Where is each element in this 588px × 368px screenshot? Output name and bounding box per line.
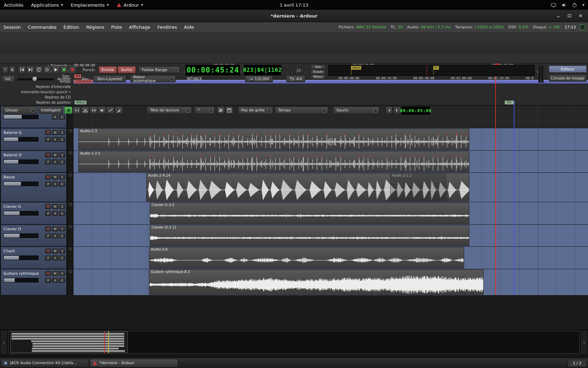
monitor-button[interactable]: Int. (2, 75, 15, 82)
slider-thumb[interactable] (32, 76, 37, 81)
midi-panic-button[interactable]: ! (2, 66, 8, 73)
edit-point-dropdown[interactable]: Tête de lecture (147, 107, 192, 114)
record-arm-button[interactable] (45, 226, 51, 231)
chevron-down-icon[interactable]: ▼ (582, 4, 584, 7)
solo-button[interactable]: S (59, 204, 65, 209)
record-button[interactable] (69, 66, 76, 74)
automation-button[interactable]: A (52, 278, 58, 283)
grid-mode-dropdown[interactable]: Pas de grille (238, 107, 273, 114)
grab-tool-button[interactable] (64, 107, 72, 114)
region-clavier-g-3-5[interactable]: Clavier G-3.5 (150, 203, 469, 224)
mute-button[interactable]: M (52, 152, 58, 157)
power-icon[interactable] (572, 2, 577, 8)
solo-button[interactable]: S (59, 152, 65, 157)
playlist-button[interactable]: P (45, 278, 51, 283)
gain-fader[interactable] (4, 115, 38, 119)
mute-button[interactable]: M (52, 271, 58, 276)
automation-button[interactable]: A (52, 137, 58, 142)
mouse-mode-dropdown[interactable]: Souris (333, 107, 379, 114)
record-arm-button[interactable] (45, 152, 51, 157)
track-resize-strip[interactable] (67, 128, 73, 150)
region-audio-2-1-1[interactable]: Audio 2-1.1 (390, 173, 446, 201)
solo-button[interactable]: S (59, 271, 65, 276)
menu-dition[interactable]: Édition (60, 25, 83, 30)
track-header-guitare-rythmique[interactable]: Guitare rythmiqueMSPAG (1, 269, 66, 295)
record-arm-button[interactable] (45, 130, 51, 135)
gain-fader[interactable] (4, 211, 38, 216)
secondary-clock[interactable]: 023|04|1162 (244, 65, 281, 75)
time-signature-marker[interactable]: 4/4 (74, 74, 81, 78)
solo-button[interactable]: S (59, 130, 65, 135)
group-button[interactable]: G (59, 255, 65, 260)
record-arm-button[interactable] (45, 248, 51, 253)
mini-marker-d-but[interactable]: début (351, 66, 361, 70)
gain-fader[interactable] (4, 137, 38, 142)
region-audio-2-3[interactable]: Audio-2.3 (78, 129, 469, 150)
nudge-back-button[interactable] (386, 107, 393, 114)
save-view-button[interactable] (225, 107, 233, 114)
edit-tool-button[interactable] (115, 107, 123, 114)
playhead-line[interactable] (495, 63, 496, 295)
time-signature-button[interactable]: TS: 4/4 (286, 75, 305, 82)
group-button[interactable]: G (59, 211, 65, 216)
gain-fader[interactable] (4, 233, 38, 238)
audition-button[interactable]: A (9, 66, 15, 73)
taskbar-window-jack-audio-connection-kit-defa[interactable]: JACK Audio Connection Kit [(defa... (1, 359, 89, 367)
gain-fader[interactable] (4, 255, 38, 260)
cut-tool-button[interactable] (81, 107, 89, 114)
tempo-button[interactable]: ♩= 120,000 (245, 75, 273, 82)
goto-end-button[interactable] (27, 66, 34, 74)
track-header-baterie-g[interactable]: Baterie GMSPAG (1, 128, 66, 150)
track-canvas-clavier-g[interactable]: Clavier G-3.5 (74, 202, 588, 224)
places-menu[interactable]: Emplacements ▼ (67, 0, 113, 10)
track-canvas-guitare-rythmique[interactable]: Guitare rythmique-8.3 (74, 269, 588, 295)
editor-button[interactable]: Éditeur (549, 66, 587, 73)
mute-button[interactable]: M (52, 248, 58, 253)
automation-button[interactable]: A (52, 255, 58, 260)
region-audio-1-2-5[interactable]: Audio 1-2.5 (78, 151, 469, 172)
playlist-button[interactable]: P (45, 233, 51, 238)
ruler-row-intervalles-boucle-punch[interactable] (74, 89, 588, 95)
region-clavier-d-3-11[interactable]: Clavier D-3.11 (150, 225, 469, 246)
playlist-button[interactable]: P (45, 137, 51, 142)
window-titlebar[interactable]: *derniere - Ardour (0, 10, 588, 22)
region-audio-2-4-14[interactable]: Audio 2-4.14Audio 2-1.1 (146, 173, 469, 202)
track-canvas-chant[interactable]: Audio-5.6 (74, 247, 588, 269)
solo-button[interactable]: Solo (311, 65, 326, 69)
record-arm-button[interactable] (45, 271, 51, 276)
range-tool-button[interactable] (73, 107, 81, 114)
grid-unit-dropdown[interactable]: Temps (275, 107, 328, 114)
summary-box[interactable] (8, 331, 580, 354)
mute-button[interactable]: M (52, 204, 58, 209)
track-header-clavier-d[interactable]: Clavier DMSPAG (1, 225, 66, 246)
track-resize-strip[interactable] (67, 151, 73, 172)
desktop-clock[interactable]: 1 avril 17:13 (280, 2, 308, 8)
position-marker-fin[interactable]: fin (505, 101, 514, 104)
automation-button[interactable]: A (52, 211, 58, 216)
menu-piste[interactable]: Piste (107, 25, 125, 30)
group-button[interactable]: G (59, 233, 65, 238)
menu-affichage[interactable]: Affichage (126, 25, 154, 30)
gain-fader[interactable] (4, 159, 38, 164)
close-button[interactable] (576, 12, 585, 20)
nudge-forward-button[interactable] (393, 107, 400, 114)
screen-share-icon[interactable] (551, 2, 556, 8)
track-header-basse[interactable]: BasseMSPAG (1, 173, 66, 202)
applications-menu[interactable]: Applications ▼ (27, 0, 67, 10)
track-canvas-baterie-d[interactable]: Audio 1-2.5 (74, 151, 588, 172)
goto-start-button[interactable] (18, 66, 26, 74)
track-resize-strip[interactable] (67, 269, 73, 295)
activities-button[interactable]: Activités (0, 0, 27, 10)
automation-button[interactable]: A (52, 233, 58, 238)
grab-mode-dropdown[interactable]: Glisser (2, 107, 37, 114)
position-marker-d-but[interactable]: début (75, 101, 86, 104)
menu-session[interactable]: Session (0, 25, 24, 30)
track-header-baterie-d[interactable]: Baterie DMSPAG (1, 151, 66, 172)
playlist-button[interactable]: P (45, 255, 51, 260)
sync-source-label[interactable]: INT/JACK (187, 77, 202, 81)
minimize-button[interactable] (554, 12, 563, 20)
stop-button[interactable] (60, 66, 68, 74)
record-arm-button[interactable] (45, 204, 51, 209)
primary-clock[interactable]: 00:00:45:24 (186, 65, 240, 75)
solo-button[interactable]: S (59, 175, 65, 179)
